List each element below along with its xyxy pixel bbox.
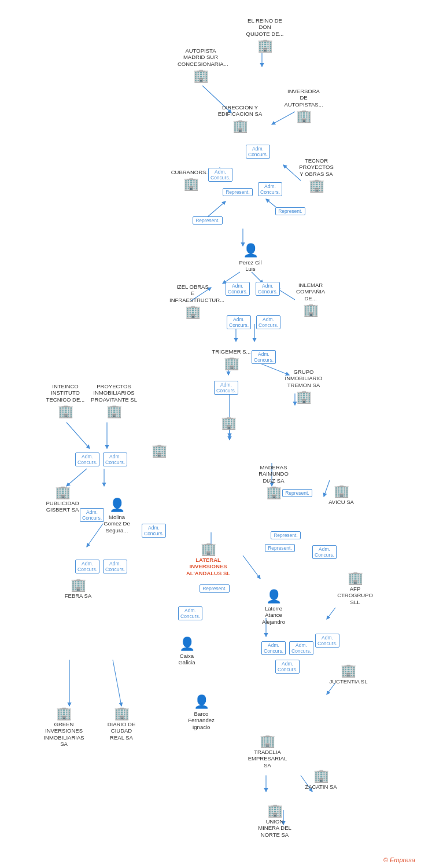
badge-adm-4: Adm.Concurs. [256, 315, 280, 329]
badge-represent-avicu: Represent. [271, 531, 301, 539]
node-el-reino: EL REINO DE DON QUIJOTE DE... 🏢 [239, 16, 291, 52]
label-afp: AFP CTROGRUPO SLL [332, 586, 378, 605]
node-febra: 🏢 FEBRA SA [58, 579, 98, 599]
watermark: © Empresa [383, 856, 415, 863]
badge-adm-5: Adm.Concurs. [214, 381, 238, 395]
building-icon-febra: 🏢 [71, 579, 86, 591]
building-icon-green: 🏢 [56, 707, 72, 720]
node-cubranors: CUBRANORS... 🏢 [168, 168, 214, 190]
svg-line-21 [67, 469, 87, 486]
building-icon-avicu: 🏢 [334, 485, 349, 498]
label-direccion: DIRECCIÓN Y EDIFICACION SA [218, 104, 263, 117]
node-grupo-inm: GRUPO INMOBILIARIO TREMON SA 🏢 [278, 367, 330, 403]
svg-line-30 [113, 660, 121, 706]
node-mid-building: 🏢 [214, 417, 243, 429]
badge-adm-inteinco: Adm.Concurs. [75, 453, 99, 466]
building-icon-tradelia: 🏢 [260, 735, 275, 748]
label-el-reino: EL REINO DE DON QUIJOTE DE... [246, 17, 284, 37]
building-icon-afp: 🏢 [348, 572, 363, 584]
building-icon-autopista: 🏢 [193, 69, 209, 82]
svg-line-27 [243, 556, 260, 579]
badge-adm-cubranors: Adm.Concurs. [208, 168, 232, 182]
node-building-left: 🏢 [145, 444, 173, 457]
building-icon-maderas: 🏢 [266, 486, 282, 499]
label-union-minera: UNION MINERA DEL NORTE SA [258, 818, 291, 838]
node-union-minera: 🏢 UNION MINERA DEL NORTE SA [249, 804, 301, 838]
label-barco: Barco Fernandez Ignacio [188, 711, 214, 730]
node-izel: IZEL OBRAS E INFRAESTRUCTUR... 🏢 [167, 282, 219, 318]
badge-adm-inlemar-1: Adm.Concurs. [256, 282, 280, 296]
node-lateral: 🏢 LATERAL INVERSIONES AL'ANDALUS SL [182, 543, 234, 576]
node-publicidad: 🏢 PUBLICIDAD GISBERT SA [39, 486, 86, 513]
label-perez-gil: Perez Gil Luis [239, 259, 261, 273]
badge-adm-latorre1: Adm.Concurs. [261, 641, 286, 655]
label-trigemer: TRIGEMER S... [212, 348, 250, 355]
label-latorre: Latorre Atance Alejandro [262, 605, 285, 625]
badge-adm-molina2: Adm.Concurs. [103, 560, 127, 573]
badge-represent-maderas: Represent. [282, 489, 312, 497]
node-proyectos: PROYECTOS INMOBILIARIOS PROAVITANTE SL 🏢 [88, 382, 140, 418]
label-publicidad: PUBLICIDAD GISBERT SA [46, 500, 79, 513]
node-caixa: 👤 Caixa Galicia [167, 637, 207, 666]
label-izel: IZEL OBRAS E INFRAESTRUCTUR... [169, 284, 216, 303]
node-direccion: DIRECCIÓN Y EDIFICACION SA 🏢 [214, 103, 266, 133]
building-icon-zacatin: 🏢 [313, 770, 329, 782]
person-icon-latorre: 👤 [266, 589, 282, 604]
node-zacatin: 🏢 ZACATIN SA [301, 770, 341, 790]
node-trigemer: TRIGEMER S... 🏢 [208, 347, 254, 370]
badge-adm-trigemer: Adm.Concurs. [252, 350, 276, 364]
building-icon-union-minera: 🏢 [267, 804, 283, 817]
label-proyectos: PROYECTOS INMOBILIARIOS PROAVITANTE SL [91, 383, 137, 403]
svg-line-34 [327, 608, 335, 619]
building-icon-left: 🏢 [152, 444, 167, 457]
label-juctentia: JUCTENTIA SL [330, 678, 368, 685]
node-green: 🏢 GREEN INVERSIONES INMOBILIARIAS SA [39, 707, 88, 748]
badge-adm-1: Adm.Concurs. [246, 145, 270, 159]
label-molina: Molina Gomez De Segura... [104, 514, 130, 534]
building-icon-cubranors: 🏢 [183, 178, 199, 190]
node-latorre: 👤 Latorre Atance Alejandro [250, 589, 297, 625]
badge-represent-3: Represent. [193, 216, 223, 225]
label-diario: DIARIO DE CIUDAD REAL SA [108, 721, 136, 741]
building-icon-juctentia: 🏢 [341, 664, 356, 677]
building-icon-trigemer: 🏢 [224, 357, 239, 370]
label-avicu: AVICU SA [328, 499, 354, 505]
badge-represent-lateral: Represent. [265, 544, 295, 552]
badge-adm-lateral: Adm.Concurs. [142, 524, 166, 538]
node-juctentia: 🏢 JUCTENTIA SL [327, 664, 370, 685]
person-icon-barco: 👤 [194, 694, 209, 709]
label-grupo-inm: GRUPO INMOBILIARIO TREMON SA [285, 369, 323, 388]
building-icon-inversora: 🏢 [296, 110, 312, 123]
badge-adm-proyectos: Adm.Concurs. [103, 453, 127, 466]
building-icon-el-reino: 🏢 [257, 39, 273, 52]
badge-adm-latorre2: Adm.Concurs. [289, 641, 313, 655]
badge-adm-latorre-right: Adm.Concurs. [315, 634, 339, 648]
node-tradelia: 🏢 TRADELIA EMPRESARIAL SA [243, 735, 292, 768]
label-maderas: MADERAS RAIMUNDO DIAZ SA [258, 464, 289, 484]
node-perez-gil: 👤 Perez Gil Luis [230, 243, 271, 273]
badge-represent-3b: Represent. [200, 584, 230, 593]
label-zacatin: ZACATIN SA [305, 784, 337, 790]
badge-represent-2: Represent. [275, 207, 305, 215]
building-icon-tecnor: 🏢 [309, 179, 324, 192]
badge-adm-3: Adm.Concurs. [227, 315, 251, 329]
label-caixa: Caixa Galicia [178, 653, 195, 666]
label-lateral: LATERAL INVERSIONES AL'ANDALUS SL [186, 557, 230, 576]
node-tecnor: TECNOR PROYECTOS Y OBRAS SA 🏢 [290, 156, 342, 192]
node-diario: 🏢 DIARIO DE CIUDAD REAL SA [98, 707, 145, 741]
label-inteinco: INTEINCO INSTITUTO TECNICO DE... [46, 383, 85, 403]
label-cubranors: CUBRANORS... [171, 169, 211, 175]
node-inteinco: INTEINCO INSTITUTO TECNICO DE... 🏢 [39, 382, 91, 418]
node-avicu: 🏢 AVICU SA [321, 485, 361, 505]
badge-adm-2: Adm.Concurs. [258, 182, 282, 196]
building-icon-inlemar: 🏢 [303, 304, 319, 317]
label-green: GREEN INVERSIONES INMOBILIARIAS SA [41, 721, 87, 748]
badge-adm-center-lower: Adm.Concurs. [178, 606, 202, 620]
label-inversora: INVERSORA DE AUTOPISTAS... [284, 88, 323, 108]
label-autopista: AUTOPISTA MADRID SUR CONCESIONARIA... [178, 47, 224, 67]
building-icon-mid: 🏢 [221, 417, 237, 429]
person-icon-perez-gil: 👤 [243, 243, 258, 258]
building-icon-publicidad: 🏢 [55, 486, 71, 499]
person-icon-caixa: 👤 [179, 637, 195, 652]
node-molina: 👤 Molina Gomez De Segura... [94, 498, 140, 534]
